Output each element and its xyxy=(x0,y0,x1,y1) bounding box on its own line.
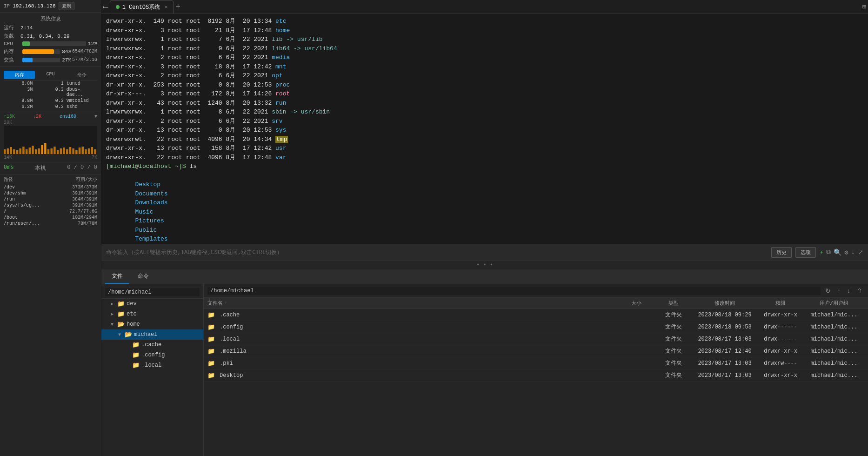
proc-header-mem[interactable]: 内存 xyxy=(4,71,35,79)
uptime-value: 2:14 xyxy=(20,25,33,31)
col-header-user[interactable]: 用户/用户组 xyxy=(804,300,864,307)
net-interface[interactable]: ens160 xyxy=(60,114,76,119)
disk-row: /dev373M/373M xyxy=(4,185,97,190)
tree-item-config[interactable]: 📁 .config xyxy=(101,350,203,360)
cmd-input-field[interactable] xyxy=(106,249,768,256)
net-up: ↑16K xyxy=(4,114,15,119)
download-arrow-icon[interactable]: ↓ xyxy=(851,248,855,256)
svg-rect-26 xyxy=(85,149,87,154)
copy-icon[interactable]: ⧉ xyxy=(826,248,831,256)
more-button[interactable]: ⇧ xyxy=(855,286,864,295)
svg-rect-6 xyxy=(22,147,24,154)
proc-header-cpu[interactable]: CPU xyxy=(35,71,66,79)
file-rows: 📁.cache 文件夹 2023/08/18 09:29 drwxr-xr-x … xyxy=(204,309,868,382)
settings-icon[interactable]: ⚙ xyxy=(844,248,848,256)
cpu-value: 12% xyxy=(88,41,97,47)
net-graph-label-7k: 7K xyxy=(92,155,97,160)
copy-ip-button[interactable]: 复制 xyxy=(59,2,74,10)
disk-header-path: 路径 xyxy=(4,176,13,183)
tab-file[interactable]: 文件 xyxy=(105,269,129,284)
disk-row: /sys/fs/cg...391M/391M xyxy=(4,203,97,208)
col-header-date[interactable]: 修改时间 xyxy=(692,300,757,307)
disk-ping-value: 0ms xyxy=(4,164,14,172)
terminal-line: drwxr-xr-x. 2 root root 6 6月 22 2021 med… xyxy=(106,53,863,62)
terminal-line: drwxr-xr-x. 3 root root 21 8月 17 12:48 h… xyxy=(106,26,863,35)
terminal-line: drwxr-xr-x. 13 root root 158 8月 17 12:42… xyxy=(106,144,863,153)
system-info-section: 系统信息 运行 2:14 负载 0.31, 0.34, 0.29 CPU 12%… xyxy=(0,13,101,67)
sort-arrow-name: ↑ xyxy=(225,301,227,306)
svg-rect-24 xyxy=(79,148,80,154)
disk-row: /dev/shm391M/391M xyxy=(4,191,97,196)
tab-back-button[interactable]: ⟵ xyxy=(103,2,108,12)
net-chevron-icon[interactable]: ▼ xyxy=(94,114,97,119)
mem-row: 内存 84% 654M/782M xyxy=(4,48,97,55)
disk-row: /run384M/391M xyxy=(4,197,97,202)
process-row: 3M0.3dbus-dae... xyxy=(4,87,97,98)
search-icon[interactable]: 🔍 xyxy=(834,248,841,256)
tree-item-local[interactable]: 📁 .local xyxy=(101,360,203,370)
maximize-icon[interactable]: ⤢ xyxy=(858,248,863,256)
mem-progress-fill xyxy=(22,49,54,54)
load-value: 0.31, 0.34, 0.29 xyxy=(20,34,70,39)
download-button[interactable]: ↓ xyxy=(845,286,852,295)
options-button[interactable]: 选项 xyxy=(795,247,816,258)
file-row[interactable]: 📁.config 文件夹 2023/08/18 09:53 drwx------… xyxy=(204,321,868,333)
file-row[interactable]: 📁.pki 文件夹 2023/08/17 13:03 drwxrw---- mi… xyxy=(204,357,868,369)
tab-close-button[interactable]: ✕ xyxy=(165,4,167,10)
tree-arrow-dev: ▶ xyxy=(111,301,115,307)
sidebar: IP 192.168.13.128 复制 系统信息 运行 2:14 负载 0.3… xyxy=(0,0,101,456)
tree-label-cache: .cache xyxy=(141,342,161,348)
file-row[interactable]: 📁.mozilla 文件夹 2023/08/17 12:40 drwxr-xr-… xyxy=(204,345,868,357)
upload-button[interactable]: ↑ xyxy=(835,286,842,295)
svg-rect-15 xyxy=(51,148,53,154)
file-path-display: /home/michael xyxy=(105,288,200,296)
svg-rect-27 xyxy=(88,148,90,154)
tab-bar: ⟵ 1 CentOS系统 ✕ + ⊞ xyxy=(101,0,868,14)
terminal-line: lrwxrwxrwx. 1 root root 9 6月 22 2021 lib… xyxy=(106,44,863,54)
lightning-icon[interactable]: ⚡ xyxy=(820,248,823,256)
svg-rect-16 xyxy=(53,147,55,154)
file-row[interactable]: 📁.local 文件夹 2023/08/17 13:03 drwx------ … xyxy=(204,333,868,345)
svg-rect-8 xyxy=(29,148,31,154)
tab-command[interactable]: 命令 xyxy=(131,269,155,284)
tree-item-cache[interactable]: 📁 .cache xyxy=(101,340,203,350)
disk-header: 路径 可用/大小 xyxy=(4,176,97,183)
net-graph-label-20k: 20K xyxy=(4,120,12,125)
terminal-line: drwxr-xr-x. 2 root root 6 6月 22 2021 srv xyxy=(106,117,863,126)
svg-rect-20 xyxy=(66,149,68,154)
process-row: 8.8M0.3vmtoolsd xyxy=(4,98,97,104)
tree-item-dev[interactable]: ▶ 📁 dev xyxy=(101,299,203,309)
proc-header-cmd[interactable]: 命令 xyxy=(66,71,97,79)
refresh-button[interactable]: ↻ xyxy=(823,286,833,295)
grid-view-icon[interactable]: ⊞ xyxy=(862,3,866,11)
tab-centos[interactable]: 1 CentOS系统 ✕ xyxy=(110,0,174,13)
history-button[interactable]: 历史 xyxy=(771,247,792,258)
load-label: 负载 xyxy=(4,33,20,40)
svg-rect-7 xyxy=(26,149,27,154)
tab-add-button[interactable]: + xyxy=(175,2,180,12)
col-header-name[interactable]: 文件名 ↑ xyxy=(207,300,618,307)
disk-ping-icons: 0 / 0 / 0 xyxy=(67,164,97,172)
file-row[interactable]: 📁.cache 文件夹 2023/08/18 09:29 drwxr-xr-x … xyxy=(204,309,868,321)
swap-value: 27% xyxy=(62,57,71,63)
col-header-type[interactable]: 类型 xyxy=(655,300,692,307)
svg-rect-11 xyxy=(38,148,40,154)
tree-item-michael[interactable]: ▼ 📂 michael xyxy=(101,329,203,340)
disk-ping-row: 0ms 本机 0 / 0 / 0 xyxy=(0,162,101,174)
terminal-line: drwxr-xr-x. 149 root root 8192 8月 20 13:… xyxy=(106,17,863,26)
swap-progress-bar xyxy=(22,58,60,62)
svg-rect-14 xyxy=(47,149,49,154)
svg-rect-19 xyxy=(63,148,65,154)
terminal-area[interactable]: drwxr-xr-x. 149 root root 8192 8月 20 13:… xyxy=(101,14,868,244)
col-header-size[interactable]: 大小 xyxy=(618,300,655,307)
svg-rect-0 xyxy=(4,149,6,154)
disk-ping-label: 本机 xyxy=(35,164,46,172)
file-row[interactable]: 📁Desktop 文件夹 2023/08/17 13:03 drwxr-xr-x… xyxy=(204,369,868,382)
tree-arrow-home: ▼ xyxy=(111,322,115,327)
net-down: ↓2K xyxy=(33,114,41,119)
col-header-perm[interactable]: 权限 xyxy=(757,300,804,307)
folder-icon-etc: 📁 xyxy=(117,310,125,318)
process-row: 6.2M0.3sshd xyxy=(4,104,97,110)
tree-item-etc[interactable]: ▶ 📁 etc xyxy=(101,309,203,319)
tree-item-home[interactable]: ▼ 📂 home xyxy=(101,319,203,329)
